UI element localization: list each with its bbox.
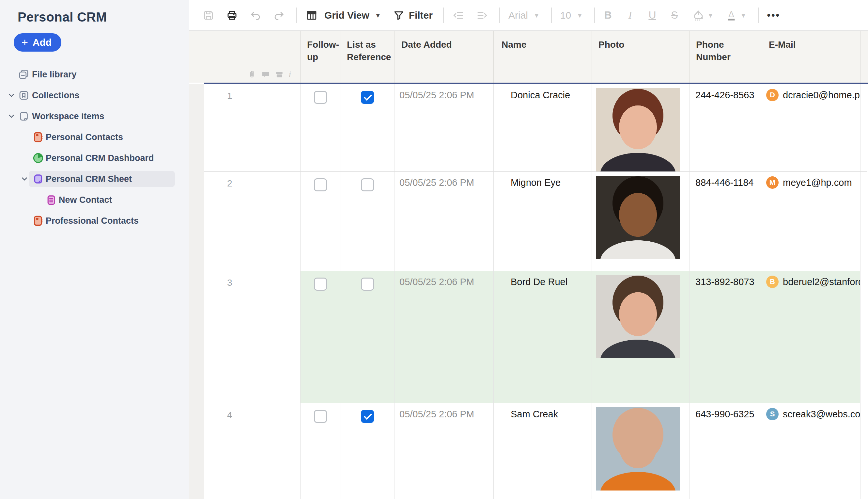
list-as-reference-cell: [340, 271, 395, 403]
email-cell[interactable]: B bderuel2@stanford.edu: [762, 271, 860, 403]
gutter: [189, 271, 204, 403]
phone-cell[interactable]: 643-990-6325: [690, 403, 762, 499]
bold-button[interactable]: B: [603, 9, 613, 21]
email-cell[interactable]: D dcracie0@home.pl: [762, 84, 860, 172]
phone-cell[interactable]: 884-446-1184: [690, 172, 762, 271]
sidebar-item-personal-crm-sheet[interactable]: Personal CRM Sheet: [0, 169, 189, 190]
attachment-icon[interactable]: [248, 70, 256, 79]
photo-cell[interactable]: [592, 84, 690, 172]
chevron-down-icon[interactable]: ▼: [533, 11, 540, 19]
follow-up-checkbox[interactable]: [314, 410, 327, 423]
toolbar-divider: [758, 8, 759, 23]
avatar: D: [766, 89, 779, 101]
next-column-edge: [860, 84, 867, 172]
follow-up-cell: [301, 271, 340, 403]
sidebar: Personal CRM + Add File library: [0, 0, 189, 499]
gutter: [189, 31, 204, 83]
font-family-selector[interactable]: Arial: [508, 10, 528, 21]
contact-book-icon: [32, 131, 44, 143]
row-number[interactable]: 3: [204, 271, 301, 403]
print-icon[interactable]: [226, 9, 238, 22]
phone-cell[interactable]: 244-426-8563: [690, 84, 762, 172]
sidebar-item-personal-crm-dashboard[interactable]: Personal CRM Dashboard: [0, 148, 189, 169]
fill-color-icon[interactable]: [692, 9, 705, 22]
date-added-cell[interactable]: 05/05/25 2:06 PM: [395, 271, 494, 403]
avatar: M: [766, 177, 779, 189]
underline-button[interactable]: U: [648, 9, 657, 21]
sidebar-item-workspace-items[interactable]: Workspace items: [0, 106, 189, 127]
column-header-email[interactable]: E-Mail: [762, 31, 860, 51]
chevron-down-icon[interactable]: ▼: [740, 11, 747, 19]
chevron-down-icon[interactable]: [7, 112, 16, 121]
column-header-phone-number[interactable]: Phone Number: [690, 31, 762, 63]
follow-up-checkbox[interactable]: [314, 91, 327, 104]
row-number[interactable]: 2: [204, 172, 301, 271]
header-tools: i: [248, 70, 291, 79]
toolbar-divider: [296, 8, 297, 23]
table-row: 3 05/05/25 2:06 PM Bord De Ruel 313-892-…: [189, 271, 868, 403]
sidebar-item-personal-contacts[interactable]: Personal Contacts: [0, 127, 189, 148]
date-added-cell[interactable]: 05/05/25 2:06 PM: [395, 84, 494, 172]
font-size-selector[interactable]: 10: [560, 10, 571, 21]
column-header-follow-up[interactable]: Follow-up: [301, 31, 340, 63]
list-as-reference-checkbox[interactable]: [361, 278, 374, 291]
phone-cell[interactable]: 313-892-8073: [690, 271, 762, 403]
name-cell[interactable]: Mignon Eye: [494, 172, 592, 271]
chevron-down-icon[interactable]: [20, 175, 29, 183]
date-added-cell[interactable]: 05/05/25 2:06 PM: [395, 403, 494, 499]
archive-icon[interactable]: [275, 70, 284, 79]
row-number[interactable]: 4: [204, 403, 301, 499]
sidebar-nav: File library Collections: [0, 64, 189, 231]
column-header-photo[interactable]: Photo: [592, 31, 689, 51]
filter-icon[interactable]: [392, 9, 405, 22]
sidebar-item-new-contact[interactable]: New Contact: [0, 190, 189, 210]
contact-book-icon: [32, 215, 44, 227]
chevron-down-icon[interactable]: ▼: [707, 11, 714, 19]
text-color-icon[interactable]: A: [725, 9, 738, 22]
follow-up-checkbox[interactable]: [314, 178, 327, 191]
chevron-down-icon[interactable]: ▼: [375, 11, 381, 19]
list-as-reference-checkbox[interactable]: [361, 91, 374, 104]
list-as-reference-cell: [340, 84, 395, 172]
column-header-date-added[interactable]: Date Added: [395, 31, 493, 51]
column-header-row: i Follow-up List as Reference Date Added…: [189, 31, 868, 83]
save-icon[interactable]: [202, 9, 215, 22]
contact-photo: [596, 176, 680, 259]
strikethrough-button[interactable]: S: [670, 9, 679, 21]
redo-icon[interactable]: [273, 9, 285, 22]
name-cell[interactable]: Sam Creak: [494, 403, 592, 499]
form-icon: [45, 194, 57, 206]
name-cell[interactable]: Donica Cracie: [494, 84, 592, 172]
sidebar-item-file-library[interactable]: File library: [0, 64, 189, 85]
undo-icon[interactable]: [249, 9, 262, 22]
more-options-button[interactable]: •••: [767, 10, 781, 21]
toolbar-divider: [551, 8, 552, 23]
main-area: Grid View ▼ Filter Arial ▼ 10 ▼: [189, 0, 868, 499]
list-as-reference-checkbox[interactable]: [361, 410, 374, 423]
filter-button[interactable]: Filter: [409, 10, 433, 21]
chevron-down-icon[interactable]: ▼: [576, 11, 583, 19]
list-as-reference-checkbox[interactable]: [361, 178, 374, 191]
sidebar-item-professional-contacts[interactable]: Professional Contacts: [0, 210, 189, 231]
add-button[interactable]: + Add: [14, 33, 61, 52]
email-cell[interactable]: M meye1@hp.com: [762, 172, 860, 271]
photo-cell[interactable]: [592, 403, 690, 499]
photo-cell[interactable]: [592, 172, 690, 271]
indent-icon[interactable]: [476, 9, 488, 22]
column-header-name[interactable]: Name: [494, 31, 592, 51]
outdent-icon[interactable]: [452, 9, 465, 22]
date-added-cell[interactable]: 05/05/25 2:06 PM: [395, 172, 494, 271]
row-number[interactable]: 1: [204, 84, 301, 172]
follow-up-checkbox[interactable]: [314, 278, 327, 291]
comment-icon[interactable]: [261, 70, 270, 79]
chevron-down-icon[interactable]: [7, 91, 16, 100]
email-cell[interactable]: S screak3@webs.com: [762, 403, 860, 499]
info-icon[interactable]: i: [289, 70, 291, 79]
grid-view-icon[interactable]: [305, 9, 318, 22]
sidebar-item-collections[interactable]: Collections: [0, 85, 189, 106]
view-selector[interactable]: Grid View: [324, 10, 369, 21]
name-cell[interactable]: Bord De Ruel: [494, 271, 592, 403]
photo-cell[interactable]: [592, 271, 690, 403]
column-header-list-as-reference[interactable]: List as Reference: [340, 31, 394, 63]
italic-button[interactable]: I: [626, 9, 635, 21]
